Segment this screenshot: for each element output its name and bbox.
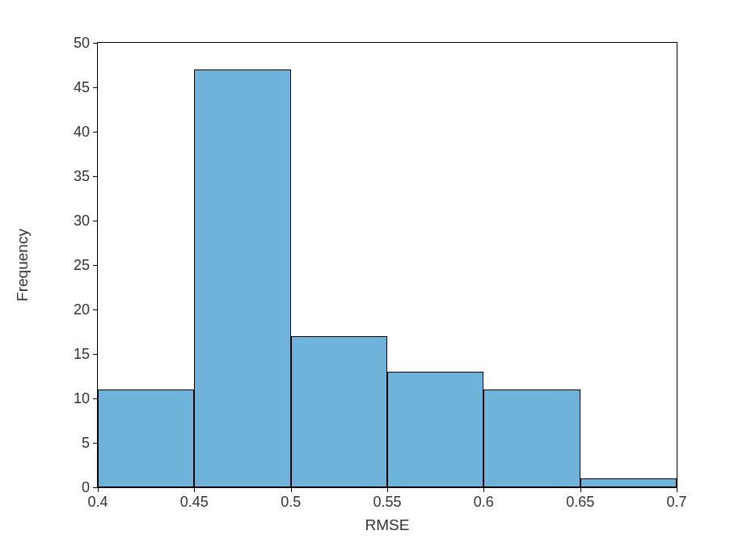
- y-tick-label: 45: [74, 79, 90, 96]
- y-tick-label: 35: [74, 168, 90, 185]
- x-tick-label: 0.55: [373, 494, 401, 511]
- histogram-bar: [387, 372, 483, 487]
- x-tick-label: 0.5: [281, 494, 301, 511]
- x-tick-mark: [387, 487, 388, 492]
- y-axis-label: Frequency: [14, 229, 32, 301]
- y-tick-label: 10: [74, 390, 90, 407]
- y-tick-mark: [93, 354, 98, 355]
- x-tick-label: 0.7: [666, 494, 686, 511]
- histogram-bar: [580, 478, 677, 487]
- x-tick-label: 0.45: [180, 494, 209, 511]
- y-tick-mark: [93, 176, 98, 177]
- x-tick-mark: [194, 487, 195, 492]
- y-tick-mark: [93, 132, 98, 133]
- y-tick-mark: [93, 43, 98, 44]
- x-tick-mark: [98, 487, 99, 492]
- x-tick-mark: [677, 487, 677, 492]
- y-tick-mark: [93, 87, 98, 88]
- y-tick-mark: [93, 221, 98, 221]
- histogram-bar: [483, 389, 580, 487]
- x-tick-mark: [580, 487, 581, 492]
- y-tick-label: 20: [74, 301, 90, 318]
- y-tick-label: 30: [74, 213, 90, 229]
- y-tick-label: 50: [74, 35, 90, 52]
- x-tick-label: 0.4: [87, 494, 108, 511]
- histogram-chart: Frequency RMSE 05101520253035404550 0.40…: [0, 0, 747, 560]
- y-tick-label: 15: [74, 346, 90, 363]
- x-tick-mark: [291, 487, 292, 492]
- plot-area: Frequency RMSE 05101520253035404550 0.40…: [97, 42, 677, 488]
- histogram-bar: [98, 389, 194, 487]
- x-tick-label: 0.6: [474, 494, 494, 511]
- y-tick-mark: [93, 309, 98, 310]
- y-tick-label: 40: [74, 124, 90, 141]
- y-tick-mark: [93, 265, 98, 266]
- x-axis-label: RMSE: [365, 516, 410, 534]
- x-tick-label: 0.65: [566, 494, 594, 511]
- y-tick-label: 25: [74, 257, 90, 274]
- histogram-bar: [194, 69, 290, 487]
- histogram-bar: [291, 336, 387, 487]
- y-tick-label: 5: [82, 435, 90, 452]
- x-tick-mark: [483, 487, 484, 492]
